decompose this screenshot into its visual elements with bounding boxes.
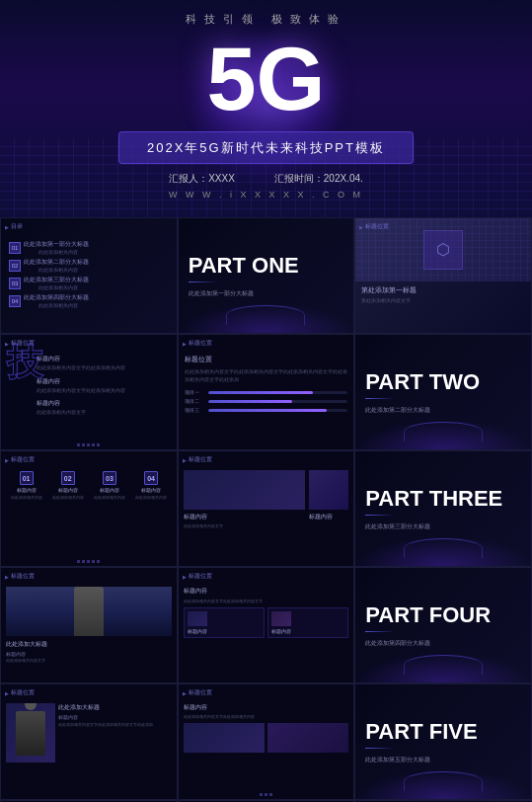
- part-two-sep: [365, 398, 395, 399]
- step-title-3: 标题内容: [90, 487, 128, 493]
- block-img-2: [271, 611, 291, 626]
- mixed-imgs: [184, 723, 349, 753]
- step-title-1: 标题内容: [7, 487, 45, 493]
- img-content-left: 标题内容 此处添加相关内容文字: [184, 470, 306, 555]
- step-text-4: 此处添加相关内容: [132, 495, 171, 500]
- part-three-globe-line: [404, 538, 483, 558]
- bar-label-2: 项目二: [185, 398, 204, 404]
- tech-item-text-1: 此处添加相关内容文字此处添加相关内容: [37, 364, 171, 371]
- toc-sub-1: 此处添加相关内容: [38, 249, 89, 255]
- part-three-label: PART THREE: [365, 486, 521, 512]
- part-four-sep: [365, 631, 395, 632]
- mixed-title: 标题内容: [184, 703, 349, 712]
- block-label-1: 标题内容: [188, 628, 261, 634]
- block-label-2: 标题内容: [271, 628, 344, 634]
- part-five-globe-line: [404, 771, 483, 791]
- bar-fill-2: [208, 400, 292, 403]
- part-four-label: PART FOUR: [365, 602, 521, 628]
- slides-grid: 目录 01 此处添加第一部分大标题 此处添加相关内容 02 此处添加第二部分大标…: [0, 217, 532, 802]
- blocks-inner: 标题内容 此处添加相关内容文字此处添加相关内容文字 标题内容 标题内容: [184, 587, 349, 638]
- step-title-2: 标题内容: [48, 487, 87, 493]
- part-three-sub: 此处添加第三部分大标题: [365, 522, 521, 531]
- hero-date: 汇报时间：202X.04.: [274, 172, 363, 186]
- step-4: 04 标题内容 此处添加相关内容: [132, 471, 171, 500]
- mixed-img-1: [184, 723, 265, 753]
- toc-text-1: 此处添加第一部分大标题: [24, 240, 89, 249]
- slide-part-four: PART FOUR 此处添加第四部分大标题: [354, 567, 532, 683]
- person-head-2: [25, 703, 37, 710]
- person-figure: [16, 711, 45, 756]
- hero-reporter: 汇报人：XXXX: [169, 172, 235, 186]
- step-num-1: 01: [20, 471, 34, 485]
- step-num-2: 02: [61, 471, 75, 485]
- part-five-sub: 此处添加第五部分大标题: [365, 756, 521, 764]
- part-one-label: PART ONE: [189, 253, 344, 279]
- hero-title-box: 202X年5G新时代未来科技PPT模板: [118, 131, 414, 164]
- hero-subtitle: 科技引领 极致体验: [186, 12, 346, 27]
- toc-sub-3: 此处添加相关内容: [38, 284, 89, 290]
- img-content-right: 标题内容: [309, 470, 348, 555]
- step-2: 02 标题内容 此处添加相关内容: [48, 471, 87, 500]
- toc-sub-4: 此处添加相关内容: [38, 302, 89, 308]
- headline-inner: 此处添加大标题 标题内容 此处添加相关内容文字: [6, 587, 172, 663]
- tech-item-text-2: 此处添加相关内容文字此处添加相关内容: [37, 387, 171, 394]
- img-title-8: 标题内容: [184, 513, 306, 521]
- slide-10-tag: 标题位置: [5, 572, 35, 581]
- step-text-3: 此处添加相关内容: [90, 495, 128, 500]
- slide-toc: 目录 01 此处添加第一部分大标题 此处添加相关内容 02 此处添加第二部分大标…: [0, 217, 178, 334]
- blocks-row: 标题内容 标题内容: [184, 607, 349, 638]
- pixel-dots-4: [1, 443, 177, 446]
- block-2: 标题内容: [267, 607, 348, 638]
- slide-mixed: 标题位置 标题内容 此处添加相关内容文字此处添加相关内容: [178, 683, 355, 800]
- blocks-text: 此处添加相关内容文字此处添加相关内容文字: [184, 599, 349, 603]
- bar-3: 项目三: [185, 407, 348, 413]
- part-one-globe-line: [226, 305, 305, 325]
- part-five-label: PART FIVE: [365, 719, 521, 745]
- bar-fill-1: [208, 391, 313, 394]
- toc-item-2: 02 此处添加第二部分大标题 此处添加相关内容: [9, 258, 169, 273]
- person-body: [74, 587, 104, 636]
- toc-num-4: 04: [9, 295, 21, 307]
- step-num-3: 03: [103, 471, 116, 485]
- part-two-sub: 此处添加第二部分大标题: [365, 406, 521, 415]
- hero-section: 科技引领 极致体验 5G 202X年5G新时代未来科技PPT模板 汇报人：XXX…: [0, 0, 532, 217]
- slide-14-tag: 标题位置: [183, 688, 212, 697]
- part-two-label: PART TWO: [365, 369, 521, 395]
- content-text-5: 此处添加相关内容文字此处添加相关内容文字此处添加相关内容文字此处添加相关内容文字…: [185, 368, 348, 383]
- bar-track-2: [208, 400, 348, 403]
- img-right-box: [309, 470, 348, 510]
- slide-headline: 标题位置 此处添加大标题 标题内容 此处添加相关内容文字: [0, 567, 178, 683]
- tech-content: 标题内容 此处添加相关内容文字此处添加相关内容 标题内容 此处添加相关内容文字此…: [37, 355, 171, 416]
- blocks-title: 标题内容: [184, 587, 349, 596]
- bar-track-1: [208, 391, 348, 394]
- block-1: 标题内容: [184, 607, 265, 638]
- mixed-img-2: [267, 723, 348, 753]
- big-img-text: 此处添加相关内容文字此处添加相关内容文字此处添加: [58, 722, 172, 727]
- headline-img: [6, 587, 172, 636]
- slide-13-tag: 标题位置: [5, 688, 35, 697]
- img-text-8: 此处添加相关内容文字: [184, 523, 306, 528]
- img-title-1: 第处添加第一标题: [361, 285, 525, 295]
- slide-part-one: PART ONE 此处添加第一部分大标题: [178, 217, 355, 334]
- big-img-sub: 标题内容: [58, 714, 172, 720]
- slide-content-1: 标题位置 标题位置 此处添加相关内容文字此处添加相关内容文字此处添加相关内容文字…: [178, 334, 355, 450]
- slide-8-tag: 标题位置: [183, 455, 212, 464]
- mixed-text: 此处添加相关内容文字此处添加相关内容: [184, 714, 349, 719]
- part-one-sep: [189, 281, 218, 282]
- slide-big-img: 标题位置 此处添加大标题 标题内容 此处添加相关内容文字此处添加相关内容文字此处…: [0, 683, 178, 800]
- slide-part-three: PART THREE 此处添加第三部分大标题: [354, 450, 532, 567]
- bar-track-3: [208, 409, 348, 412]
- bar-2: 项目二: [185, 398, 348, 404]
- headline-title: 此处添加大标题: [6, 640, 172, 649]
- headline-sub: 标题内容: [6, 651, 172, 657]
- tech-item-title-1: 标题内容: [37, 355, 171, 363]
- slide-tech: 标题位置 技 标题内容 此处添加相关内容文字此处添加相关内容 标题内容 此处添加…: [0, 334, 178, 450]
- person-silhouette: [6, 587, 172, 636]
- slide-blocks: 标题位置 标题内容 此处添加相关内容文字此处添加相关内容文字 标题内容 标题内容: [178, 567, 355, 683]
- toc-text-2: 此处添加第二部分大标题: [24, 258, 89, 267]
- tech-item-1: 标题内容 此处添加相关内容文字此处添加相关内容: [37, 355, 171, 371]
- slide-tag-1: 目录: [5, 222, 23, 231]
- slide-img-content: 标题位置 标题内容 此处添加相关内容文字 标题内容: [178, 450, 355, 567]
- toc-item-4: 04 此处添加第四部分大标题 此处添加相关内容: [9, 293, 169, 308]
- part-four-sub: 此处添加第四部分大标题: [365, 639, 521, 648]
